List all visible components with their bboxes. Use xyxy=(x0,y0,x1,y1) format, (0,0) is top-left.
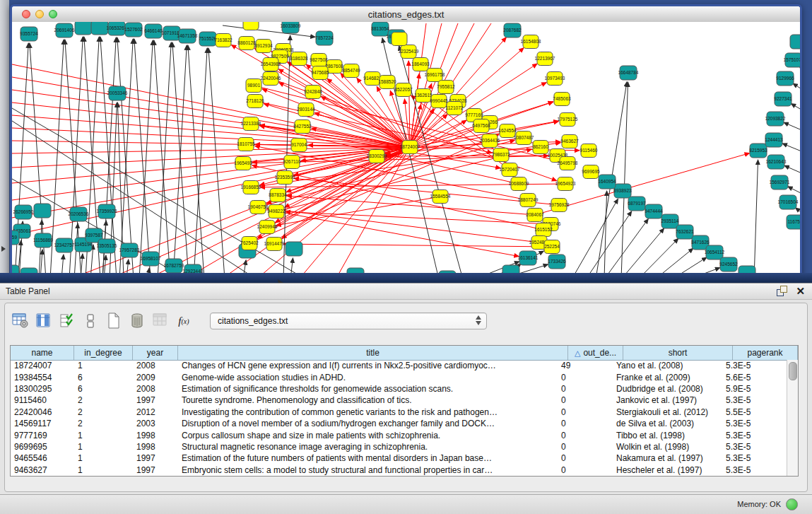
graph-node[interactable]: 16033809 xyxy=(281,22,301,33)
graph-node[interactable] xyxy=(243,22,259,30)
graph-node[interactable]: 15720407 xyxy=(500,163,520,177)
graph-node[interactable]: 9475685 xyxy=(311,66,329,80)
graph-node[interactable]: 1615152 xyxy=(534,223,553,237)
graph-node[interactable]: 9115460 xyxy=(580,144,598,158)
graph-node[interactable]: 6466140 xyxy=(144,24,163,38)
graph-node[interactable]: 12213384 xyxy=(241,117,261,131)
graph-node[interactable]: 7163822 xyxy=(214,34,233,47)
graph-node[interactable]: 18300295 xyxy=(367,150,387,163)
graph-node[interactable]: 19046758 xyxy=(248,201,269,214)
close-panel-icon[interactable]: ✕ xyxy=(796,286,805,296)
graph-node[interactable]: 10688609 xyxy=(509,177,529,191)
graph-node[interactable]: 20053346 xyxy=(107,86,128,100)
graph-node[interactable]: 9129966 xyxy=(776,71,794,86)
table-columns-icon[interactable] xyxy=(35,313,52,329)
graph-node[interactable]: 12213967 xyxy=(535,52,555,66)
graph-node[interactable]: 20364436 xyxy=(480,134,500,148)
graph-node[interactable] xyxy=(739,266,755,273)
graph-node[interactable]: 9242848 xyxy=(304,86,322,99)
column-header-in_degree[interactable]: in_degree xyxy=(74,346,133,360)
graph-node[interactable]: 16136141 xyxy=(518,251,539,265)
graph-node[interactable]: 14671358 xyxy=(177,29,198,43)
graph-node[interactable]: 7632621 xyxy=(676,225,694,239)
graph-node[interactable]: 8938923 xyxy=(613,184,632,198)
graph-node[interactable]: 7955812 xyxy=(437,81,455,94)
graph-node[interactable]: 20206536 xyxy=(69,207,89,221)
graph-node[interactable] xyxy=(75,22,92,35)
graph-node[interactable]: 15584554 xyxy=(430,190,451,204)
graph-node[interactable]: 17975125 xyxy=(558,113,578,127)
graph-node[interactable]: 16648784 xyxy=(618,66,639,80)
graph-node[interactable]: 12342757 xyxy=(54,238,75,252)
graph-node[interactable]: 12409948 xyxy=(257,221,278,234)
column-checklist-icon[interactable] xyxy=(59,313,76,329)
graph-node[interactable]: 9474444 xyxy=(645,204,663,218)
graph-node[interactable]: 16914479 xyxy=(264,238,285,251)
panel-collapse-arrow-icon[interactable] xyxy=(1,246,6,252)
table-row[interactable]: 1872400712008Changes of HCN gene express… xyxy=(11,360,787,371)
import-table-icon[interactable] xyxy=(152,313,169,329)
graph-node[interactable]: 116753 xyxy=(787,215,800,229)
graph-node[interactable]: 2935114 xyxy=(661,214,679,228)
graph-node[interactable]: 2084067 xyxy=(526,209,544,222)
graph-node[interactable]: 10654112 xyxy=(705,245,725,259)
graph-node[interactable]: 16958107 xyxy=(141,252,161,266)
graph-node[interactable] xyxy=(12,265,19,273)
new-table-icon[interactable] xyxy=(105,313,122,329)
citation-network-graph[interactable]: 1872400718300295935572420691406106532671… xyxy=(12,22,800,273)
graph-node[interactable]: 9699695 xyxy=(582,165,600,179)
graph-node[interactable]: 8522057 xyxy=(394,83,413,97)
graph-node[interactable]: 8186328 xyxy=(290,52,308,66)
column-header-pagerank[interactable]: pagerank xyxy=(733,346,798,360)
graph-node[interactable]: 16782759 xyxy=(164,259,184,273)
graph-node[interactable]: 862160 xyxy=(533,141,548,154)
graph-node[interactable]: 1864093 xyxy=(411,58,430,71)
graph-node[interactable]: 16210643 xyxy=(766,155,787,169)
table-source-combobox[interactable]: citations_edges.txt xyxy=(210,313,487,329)
graph-node[interactable]: 1244413 xyxy=(765,133,783,147)
graph-node[interactable]: 15751074 xyxy=(784,53,800,67)
graph-node[interactable]: 8878334 xyxy=(269,189,287,202)
table-row[interactable]: 969969511998Structural magnetic resonanc… xyxy=(11,441,787,452)
table-row[interactable]: 2242004622012Investigating the contribut… xyxy=(11,407,787,418)
graph-node[interactable]: 39159 xyxy=(12,230,19,245)
graph-node[interactable] xyxy=(20,268,37,273)
graph-node[interactable]: 9355724 xyxy=(20,27,38,41)
graph-node[interactable]: 22420046 xyxy=(261,72,281,86)
graph-node[interactable]: 16961758 xyxy=(425,69,445,82)
graph-node[interactable]: 1121072 xyxy=(446,102,464,115)
graph-node[interactable]: 10807487 xyxy=(514,132,534,145)
graph-node[interactable]: 917004 xyxy=(291,139,307,152)
float-panel-icon[interactable] xyxy=(777,286,787,296)
graph-node[interactable]: 12353593 xyxy=(275,171,295,185)
graph-node[interactable]: 26495798 xyxy=(558,157,578,170)
graph-node[interactable]: 16154808 xyxy=(521,35,541,49)
table-settings-icon[interactable] xyxy=(12,313,29,329)
delete-table-icon[interactable] xyxy=(129,313,146,329)
graph-node[interactable] xyxy=(91,22,108,35)
graph-node[interactable]: 17016504 xyxy=(778,195,799,209)
graph-node[interactable]: 98901 xyxy=(246,79,261,93)
graph-node[interactable] xyxy=(286,242,302,256)
graph-node[interactable] xyxy=(34,204,51,218)
graph-node[interactable]: 1733426 xyxy=(548,255,566,269)
graph-node[interactable]: 13505135 xyxy=(97,239,117,253)
graph-node[interactable]: 9245652 xyxy=(719,257,738,271)
table-panel-header[interactable]: Table Panel ✕ xyxy=(0,283,812,300)
graph-node[interactable]: 12093822 xyxy=(765,112,786,126)
graph-node[interactable]: 20691406 xyxy=(54,23,75,37)
graph-node[interactable] xyxy=(347,268,364,273)
graph-node[interactable]: 17359928 xyxy=(97,204,117,218)
network-window-titlebar[interactable]: citations_edges.txt xyxy=(12,6,800,23)
graph-node[interactable]: 18807249 xyxy=(518,194,539,207)
graph-node[interactable]: 19654923 xyxy=(555,177,576,191)
graph-node[interactable] xyxy=(392,33,407,46)
column-header-year[interactable]: year xyxy=(133,346,178,360)
table-row[interactable]: 911546021997Tourette syndrome. Phenomeno… xyxy=(11,395,787,406)
graph-node[interactable]: 7625402 xyxy=(240,237,259,250)
graph-node[interactable]: 7485063 xyxy=(553,93,571,106)
network-canvas[interactable]: 1872400718300295935572420691406106532671… xyxy=(12,22,800,273)
graph-node[interactable]: 9227341 xyxy=(774,92,792,106)
graph-node[interactable]: 15692971 xyxy=(770,175,790,189)
graph-node[interactable]: 9267110 xyxy=(283,156,301,169)
